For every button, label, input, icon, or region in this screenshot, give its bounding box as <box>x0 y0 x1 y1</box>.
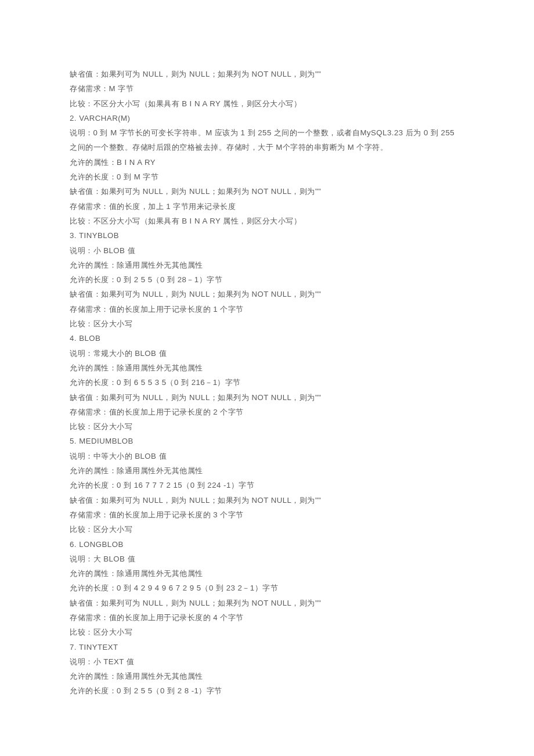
text-line: 存储需求：值的长度加上用于记录长度的 2 个字节 <box>70 405 464 419</box>
text-line: 比较：不区分大小写（如果具有 B I N A RY 属性，则区分大小写） <box>70 96 464 111</box>
text-line: 比较：区分大小写 <box>70 316 464 331</box>
text-line: 说明：中等大小的 BLOB 值 <box>70 449 464 463</box>
text-line: 5. MEDIUMBLOB <box>70 434 464 448</box>
text-line: 允许的长度：0 到 6 5 5 3 5（0 到 216－1）字节 <box>70 375 464 390</box>
text-line: 缺省值：如果列可为 NULL，则为 NULL；如果列为 NOT NULL，则为"… <box>70 390 464 405</box>
text-line: 比较：不区分大小写（如果具有 B I N A RY 属性，则区分大小写） <box>70 214 464 228</box>
text-line: 缺省值：如果列可为 NULL，则为 NULL；如果列为 NOT NULL，则为"… <box>70 67 464 81</box>
text-line: 允许的长度：0 到 2 5 5（0 到 2 8 -1）字节 <box>70 683 464 698</box>
text-line: 允许的属性：除通用属性外无其他属性 <box>70 463 464 478</box>
text-line: 2. VARCHAR(M) <box>70 111 464 125</box>
text-line: 存储需求：值的长度，加上 1 字节用来记录长度 <box>70 199 464 214</box>
text-line: 存储需求：值的长度加上用于记录长度的 1 个字节 <box>70 302 464 316</box>
text-line: 允许的属性：除通用属性外无其他属性 <box>70 566 464 581</box>
text-line: 允许的属性：除通用属性外无其他属性 <box>70 361 464 375</box>
text-line: 允许的长度：0 到 4 2 9 4 9 6 7 2 9 5（0 到 23 2－1… <box>70 581 464 595</box>
text-line: 比较：区分大小写 <box>70 419 464 434</box>
text-line: 缺省值：如果列可为 NULL，则为 NULL；如果列为 NOT NULL，则为"… <box>70 184 464 199</box>
text-line: 缺省值：如果列可为 NULL，则为 NULL；如果列为 NOT NULL，则为"… <box>70 493 464 507</box>
text-line: 说明：小 BLOB 值 <box>70 243 464 258</box>
text-line: 7. TINYTEXT <box>70 640 464 654</box>
text-line: 说明：大 BLOB 值 <box>70 552 464 566</box>
text-line: 存储需求：值的长度加上用于记录长度的 4 个字节 <box>70 610 464 625</box>
text-line: 比较：区分大小写 <box>70 625 464 639</box>
text-line: 说明：小 TEXT 值 <box>70 654 464 669</box>
text-line: 4. BLOB <box>70 331 464 345</box>
text-line: 存储需求：M 字节 <box>70 81 464 96</box>
text-line: 说明：0 到 M 字节长的可变长字符串。M 应该为 1 到 255 之间的一个整… <box>70 125 464 155</box>
text-line: 允许的长度：0 到 16 7 7 7 2 15（0 到 224 -1）字节 <box>70 478 464 492</box>
text-line: 缺省值：如果列可为 NULL，则为 NULL；如果列为 NOT NULL，则为"… <box>70 287 464 301</box>
text-line: 说明：常规大小的 BLOB 值 <box>70 346 464 361</box>
document-page: 缺省值：如果列可为 NULL，则为 NULL；如果列为 NOT NULL，则为"… <box>0 0 534 733</box>
text-line: 允许的长度：0 到 M 字节 <box>70 170 464 184</box>
text-line: 允许的属性：除通用属性外无其他属性 <box>70 669 464 683</box>
text-line: 缺省值：如果列可为 NULL，则为 NULL；如果列为 NOT NULL，则为"… <box>70 596 464 610</box>
text-line: 比较：区分大小写 <box>70 522 464 537</box>
text-line: 存储需求：值的长度加上用于记录长度的 3 个字节 <box>70 507 464 522</box>
text-line: 6. LONGBLOB <box>70 537 464 552</box>
text-line: 允许的属性：除通用属性外无其他属性 <box>70 258 464 272</box>
text-line: 3. TINYBLOB <box>70 228 464 243</box>
text-line: 允许的长度：0 到 2 5 5（0 到 28－1）字节 <box>70 272 464 287</box>
text-line: 允许的属性：B I N A RY <box>70 155 464 170</box>
